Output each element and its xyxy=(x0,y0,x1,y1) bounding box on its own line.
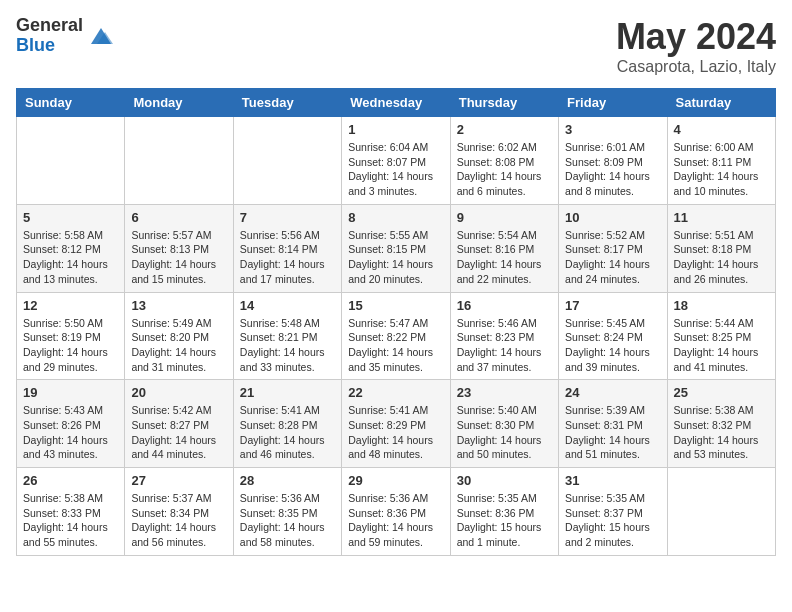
day-number: 13 xyxy=(131,298,226,313)
calendar-week-5: 26Sunrise: 5:38 AM Sunset: 8:33 PM Dayli… xyxy=(17,468,776,556)
day-number: 10 xyxy=(565,210,660,225)
calendar-cell: 22Sunrise: 5:41 AM Sunset: 8:29 PM Dayli… xyxy=(342,380,450,468)
calendar-cell: 18Sunrise: 5:44 AM Sunset: 8:25 PM Dayli… xyxy=(667,292,775,380)
day-detail: Sunrise: 5:38 AM Sunset: 8:32 PM Dayligh… xyxy=(674,403,769,462)
day-number: 24 xyxy=(565,385,660,400)
day-number: 30 xyxy=(457,473,552,488)
day-number: 6 xyxy=(131,210,226,225)
weekday-header-sunday: Sunday xyxy=(17,89,125,117)
calendar-cell: 28Sunrise: 5:36 AM Sunset: 8:35 PM Dayli… xyxy=(233,468,341,556)
day-number: 2 xyxy=(457,122,552,137)
day-number: 22 xyxy=(348,385,443,400)
calendar-cell: 16Sunrise: 5:46 AM Sunset: 8:23 PM Dayli… xyxy=(450,292,558,380)
calendar-cell: 25Sunrise: 5:38 AM Sunset: 8:32 PM Dayli… xyxy=(667,380,775,468)
calendar-cell xyxy=(125,117,233,205)
day-number: 8 xyxy=(348,210,443,225)
day-number: 15 xyxy=(348,298,443,313)
calendar-cell: 2Sunrise: 6:02 AM Sunset: 8:08 PM Daylig… xyxy=(450,117,558,205)
calendar-cell: 21Sunrise: 5:41 AM Sunset: 8:28 PM Dayli… xyxy=(233,380,341,468)
weekday-header-wednesday: Wednesday xyxy=(342,89,450,117)
logo-blue: Blue xyxy=(16,36,83,56)
calendar-cell: 11Sunrise: 5:51 AM Sunset: 8:18 PM Dayli… xyxy=(667,204,775,292)
day-detail: Sunrise: 5:55 AM Sunset: 8:15 PM Dayligh… xyxy=(348,228,443,287)
calendar-cell: 23Sunrise: 5:40 AM Sunset: 8:30 PM Dayli… xyxy=(450,380,558,468)
calendar-cell: 4Sunrise: 6:00 AM Sunset: 8:11 PM Daylig… xyxy=(667,117,775,205)
calendar-cell xyxy=(17,117,125,205)
day-detail: Sunrise: 5:35 AM Sunset: 8:36 PM Dayligh… xyxy=(457,491,552,550)
calendar-cell: 6Sunrise: 5:57 AM Sunset: 8:13 PM Daylig… xyxy=(125,204,233,292)
day-number: 28 xyxy=(240,473,335,488)
calendar-cell: 20Sunrise: 5:42 AM Sunset: 8:27 PM Dayli… xyxy=(125,380,233,468)
day-number: 25 xyxy=(674,385,769,400)
calendar-cell: 27Sunrise: 5:37 AM Sunset: 8:34 PM Dayli… xyxy=(125,468,233,556)
day-detail: Sunrise: 5:36 AM Sunset: 8:36 PM Dayligh… xyxy=(348,491,443,550)
weekday-header-monday: Monday xyxy=(125,89,233,117)
calendar-cell: 12Sunrise: 5:50 AM Sunset: 8:19 PM Dayli… xyxy=(17,292,125,380)
day-detail: Sunrise: 5:39 AM Sunset: 8:31 PM Dayligh… xyxy=(565,403,660,462)
calendar-cell: 8Sunrise: 5:55 AM Sunset: 8:15 PM Daylig… xyxy=(342,204,450,292)
calendar-cell: 5Sunrise: 5:58 AM Sunset: 8:12 PM Daylig… xyxy=(17,204,125,292)
day-detail: Sunrise: 5:40 AM Sunset: 8:30 PM Dayligh… xyxy=(457,403,552,462)
page-header: General Blue May 2024 Casaprota, Lazio, … xyxy=(16,16,776,76)
day-number: 23 xyxy=(457,385,552,400)
calendar-cell: 15Sunrise: 5:47 AM Sunset: 8:22 PM Dayli… xyxy=(342,292,450,380)
calendar-week-4: 19Sunrise: 5:43 AM Sunset: 8:26 PM Dayli… xyxy=(17,380,776,468)
calendar-cell: 7Sunrise: 5:56 AM Sunset: 8:14 PM Daylig… xyxy=(233,204,341,292)
day-number: 17 xyxy=(565,298,660,313)
day-detail: Sunrise: 5:52 AM Sunset: 8:17 PM Dayligh… xyxy=(565,228,660,287)
day-detail: Sunrise: 6:01 AM Sunset: 8:09 PM Dayligh… xyxy=(565,140,660,199)
calendar-cell: 26Sunrise: 5:38 AM Sunset: 8:33 PM Dayli… xyxy=(17,468,125,556)
weekday-header-thursday: Thursday xyxy=(450,89,558,117)
day-detail: Sunrise: 5:41 AM Sunset: 8:29 PM Dayligh… xyxy=(348,403,443,462)
calendar-cell: 9Sunrise: 5:54 AM Sunset: 8:16 PM Daylig… xyxy=(450,204,558,292)
weekday-header-row: SundayMondayTuesdayWednesdayThursdayFrid… xyxy=(17,89,776,117)
day-detail: Sunrise: 5:37 AM Sunset: 8:34 PM Dayligh… xyxy=(131,491,226,550)
day-detail: Sunrise: 5:42 AM Sunset: 8:27 PM Dayligh… xyxy=(131,403,226,462)
logo-icon xyxy=(87,22,115,50)
weekday-header-friday: Friday xyxy=(559,89,667,117)
calendar-table: SundayMondayTuesdayWednesdayThursdayFrid… xyxy=(16,88,776,556)
day-number: 21 xyxy=(240,385,335,400)
calendar-cell: 1Sunrise: 6:04 AM Sunset: 8:07 PM Daylig… xyxy=(342,117,450,205)
calendar-cell: 24Sunrise: 5:39 AM Sunset: 8:31 PM Dayli… xyxy=(559,380,667,468)
calendar-cell xyxy=(667,468,775,556)
day-detail: Sunrise: 5:44 AM Sunset: 8:25 PM Dayligh… xyxy=(674,316,769,375)
day-number: 16 xyxy=(457,298,552,313)
day-detail: Sunrise: 5:35 AM Sunset: 8:37 PM Dayligh… xyxy=(565,491,660,550)
day-number: 27 xyxy=(131,473,226,488)
calendar-cell: 29Sunrise: 5:36 AM Sunset: 8:36 PM Dayli… xyxy=(342,468,450,556)
calendar-cell: 14Sunrise: 5:48 AM Sunset: 8:21 PM Dayli… xyxy=(233,292,341,380)
calendar-cell: 10Sunrise: 5:52 AM Sunset: 8:17 PM Dayli… xyxy=(559,204,667,292)
calendar-week-3: 12Sunrise: 5:50 AM Sunset: 8:19 PM Dayli… xyxy=(17,292,776,380)
weekday-header-tuesday: Tuesday xyxy=(233,89,341,117)
day-number: 18 xyxy=(674,298,769,313)
day-number: 11 xyxy=(674,210,769,225)
day-detail: Sunrise: 5:57 AM Sunset: 8:13 PM Dayligh… xyxy=(131,228,226,287)
day-detail: Sunrise: 5:38 AM Sunset: 8:33 PM Dayligh… xyxy=(23,491,118,550)
calendar-cell: 31Sunrise: 5:35 AM Sunset: 8:37 PM Dayli… xyxy=(559,468,667,556)
day-detail: Sunrise: 5:48 AM Sunset: 8:21 PM Dayligh… xyxy=(240,316,335,375)
day-detail: Sunrise: 5:45 AM Sunset: 8:24 PM Dayligh… xyxy=(565,316,660,375)
day-detail: Sunrise: 5:50 AM Sunset: 8:19 PM Dayligh… xyxy=(23,316,118,375)
day-number: 26 xyxy=(23,473,118,488)
logo-general: General xyxy=(16,16,83,36)
day-detail: Sunrise: 5:41 AM Sunset: 8:28 PM Dayligh… xyxy=(240,403,335,462)
day-number: 20 xyxy=(131,385,226,400)
calendar-cell: 30Sunrise: 5:35 AM Sunset: 8:36 PM Dayli… xyxy=(450,468,558,556)
logo: General Blue xyxy=(16,16,115,56)
logo-text: General Blue xyxy=(16,16,83,56)
day-detail: Sunrise: 5:54 AM Sunset: 8:16 PM Dayligh… xyxy=(457,228,552,287)
day-number: 31 xyxy=(565,473,660,488)
day-detail: Sunrise: 5:46 AM Sunset: 8:23 PM Dayligh… xyxy=(457,316,552,375)
day-detail: Sunrise: 5:51 AM Sunset: 8:18 PM Dayligh… xyxy=(674,228,769,287)
day-detail: Sunrise: 5:56 AM Sunset: 8:14 PM Dayligh… xyxy=(240,228,335,287)
day-detail: Sunrise: 6:04 AM Sunset: 8:07 PM Dayligh… xyxy=(348,140,443,199)
calendar-week-1: 1Sunrise: 6:04 AM Sunset: 8:07 PM Daylig… xyxy=(17,117,776,205)
day-number: 12 xyxy=(23,298,118,313)
calendar-cell: 19Sunrise: 5:43 AM Sunset: 8:26 PM Dayli… xyxy=(17,380,125,468)
day-detail: Sunrise: 6:00 AM Sunset: 8:11 PM Dayligh… xyxy=(674,140,769,199)
calendar-cell: 17Sunrise: 5:45 AM Sunset: 8:24 PM Dayli… xyxy=(559,292,667,380)
day-number: 9 xyxy=(457,210,552,225)
day-number: 3 xyxy=(565,122,660,137)
day-detail: Sunrise: 5:58 AM Sunset: 8:12 PM Dayligh… xyxy=(23,228,118,287)
